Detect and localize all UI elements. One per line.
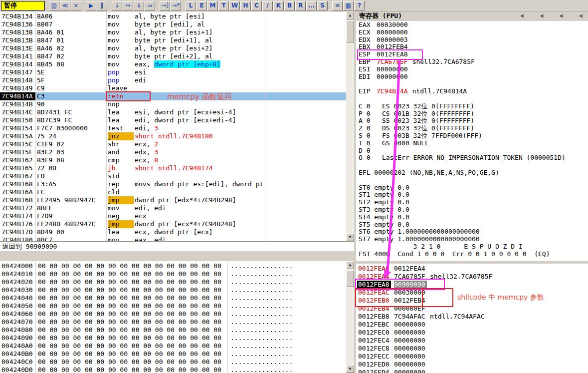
disasm-row[interactable]: 7C94B15A75 24jnzshort ntdll.7C94B180 (0, 132, 346, 140)
pane-collapse-arrow-icon[interactable]: < (521, 12, 524, 19)
dump-row[interactable]: 0042409000 00 00 00 00 00 00 00 00 00 00… (0, 334, 346, 342)
register-row[interactable]: EBX0012FEB4 (359, 43, 588, 51)
disasm-row[interactable]: 7C94B13E8A46 02moval, byte ptr [esi+2] (0, 44, 346, 52)
close-button[interactable]: × (71, 1, 81, 10)
disasm-row[interactable]: 7C94B16AFCcld (0, 188, 346, 196)
disasm-row[interactable]: 7C94B154F7C7 03000000testedi, 3 (0, 124, 346, 132)
disasm-row[interactable]: 7C94B14AC3retn (0, 92, 346, 100)
handles-window-button[interactable]: H (240, 1, 251, 10)
disasm-row[interactable]: 7C94B1388A46 01moval, byte ptr [esi+1] (0, 28, 346, 36)
scroll-up-icon[interactable]: ▲ (346, 261, 354, 269)
animate-over-button[interactable]: ⇒ (145, 1, 155, 10)
fpu-st-line[interactable]: ST0 empty 0.0 (359, 184, 588, 192)
horizontal-splitter[interactable] (0, 251, 354, 261)
window-arrange-button[interactable]: ▦ (343, 1, 354, 10)
log-window-button[interactable]: L (186, 1, 196, 10)
disasm-row[interactable]: 7C94B1448B45 08moveax, dword ptr [ebp+8] (0, 60, 346, 68)
dump-scrollbar[interactable]: ▲ ▼ (346, 261, 354, 373)
disasm-row[interactable]: 7C94B16BFF2495 98B2947Cjmpdword ptr [edx… (0, 196, 346, 204)
run-button[interactable]: ▶ (86, 1, 96, 10)
dump-row[interactable]: 004240D000 00 00 00 00 00 00 00 00 00 00… (0, 366, 346, 373)
disasm-row[interactable]: 7C94B14C8D7431 FCleaesi, dword ptr [ecx+… (0, 108, 346, 116)
register-row[interactable]: ECX00000000 (359, 29, 588, 36)
fpu-st-line[interactable]: ST6 empty 1.0000000000000000000 (359, 228, 588, 236)
disasm-row[interactable]: 7C94B14B90nop (0, 100, 346, 108)
stack-row[interactable]: 0012FED000000000 (356, 361, 588, 369)
eflags-line[interactable]: EFL 00000202 (NO,NB,NE,A,NS,PO,GE,G) (359, 169, 588, 177)
cpu-window-button[interactable]: C (251, 1, 262, 10)
fpu-st-line[interactable]: ST4 empty 0.0 (359, 214, 588, 221)
disasm-row[interactable]: 7C94B1508D7C39 FCleaedi, dword ptr [ecx+… (0, 116, 346, 124)
disasm-row[interactable]: 7C94B149C9leave (0, 84, 346, 92)
dump-row[interactable]: 0042404000 00 00 00 00 00 00 00 00 00 00… (0, 294, 346, 302)
disasm-row[interactable]: 7C94B15F83E2 03andedx, 3 (0, 148, 346, 156)
register-row[interactable]: EDI00000000 (359, 73, 588, 81)
scroll-down-icon[interactable]: ▼ (346, 233, 354, 241)
goto-button[interactable]: →* (171, 1, 181, 10)
scrollbar-thumb[interactable] (346, 20, 354, 42)
stack-row[interactable]: 0012FEA47CA6785Fshell32.7CA6785F (356, 273, 588, 281)
flag-line[interactable]: Z 0 DS 0023 32位 0(FFFFFFFF) (359, 125, 588, 132)
register-row[interactable]: EDX00000003 (359, 36, 588, 44)
disasm-row[interactable]: 7C94B1485Fpopedi (0, 76, 346, 84)
dump-row[interactable]: 004240B000 00 00 00 00 00 00 00 00 00 00… (0, 350, 346, 358)
memory-window-button[interactable]: M (207, 1, 218, 10)
pause-button[interactable]: ‖ (97, 1, 107, 10)
fpu-st-line[interactable]: ST1 empty 0.0 (359, 191, 588, 199)
stack-row[interactable]: 0012FEB00012FEB4 (356, 297, 588, 305)
source-window-button[interactable]: S (317, 1, 328, 10)
pane-collapse-arrow-icon[interactable]: < (560, 12, 564, 19)
disasm-row[interactable]: 7C94B1808BC7moveax, edi (0, 236, 346, 241)
call-stack-window-button[interactable]: K (273, 1, 284, 10)
flag-line[interactable]: A 0 SS 0023 32位 0(FFFFFFFF) (359, 117, 588, 125)
help-button[interactable]: ? (354, 1, 365, 10)
stack-row[interactable]: 0012FEB87C94AFACntdll.7C94AFAC (356, 313, 588, 321)
pane-collapse-arrow-icon[interactable]: < (580, 12, 583, 19)
scroll-up-icon[interactable]: ▲ (346, 11, 354, 19)
dump-row[interactable]: 0042400000 00 00 00 00 00 00 00 00 00 00… (0, 262, 346, 270)
fpu-st-line[interactable]: ST5 empty 0.0 (359, 221, 588, 229)
breakpoints-window-button[interactable]: B (284, 1, 295, 10)
flag-line[interactable]: S 0 FS 003B 32位 7FFDF000(FFF) (359, 132, 588, 140)
disasm-row[interactable]: 7C94B176FF248D 48B2947Cjmpdword ptr [ecx… (0, 220, 346, 228)
execute-till-return-button[interactable]: →] (160, 1, 170, 10)
stack-row[interactable]: 0012FEB4000000EF (356, 305, 588, 313)
step-into-button[interactable]: ↓ (112, 1, 122, 10)
disasm-row[interactable]: 7C94B1728BFFmovedi, edi (0, 204, 346, 212)
disasm-row[interactable]: 7C94B167FDstd (0, 172, 346, 180)
references-window-button[interactable]: R (295, 1, 306, 10)
dump-row[interactable]: 0042401000 00 00 00 00 00 00 00 00 00 00… (0, 270, 346, 278)
disasm-row[interactable]: 7C94B1418847 02movbyte ptr [edi+2], al (0, 52, 346, 60)
animate-into-button[interactable]: ⇓ (134, 1, 144, 10)
options-button[interactable]: ≡ (332, 1, 343, 10)
stack-row[interactable]: 0012FEA00012FEA4 (356, 265, 588, 273)
register-row[interactable]: ESP0012FEA8 (359, 51, 588, 58)
register-row[interactable]: EBP7CA6785Fshell32.7CA6785F (359, 58, 588, 66)
stack-row[interactable]: 0012FED400000000 (356, 369, 588, 373)
scroll-down-icon[interactable]: ▼ (346, 365, 354, 373)
disasm-row[interactable]: 7C94B1368807movbyte ptr [edi], al (0, 20, 346, 28)
threads-window-button[interactable]: T (218, 1, 229, 10)
register-row[interactable]: ESI00000000 (359, 66, 588, 73)
fpu-st-line[interactable]: ST2 empty 0.0 (359, 199, 588, 206)
dump-row[interactable]: 0042402000 00 00 00 00 00 00 00 00 00 00… (0, 278, 346, 286)
dump-row[interactable]: 0042406000 00 00 00 00 00 00 00 00 00 00… (0, 310, 346, 318)
dump-row[interactable]: 0042407000 00 00 00 00 00 00 00 00 00 00… (0, 318, 346, 326)
dump-row[interactable]: 004240A000 00 00 00 00 00 00 00 00 00 00… (0, 342, 346, 350)
fpu-st-line[interactable]: ST3 empty 0.0 (359, 206, 588, 214)
flag-line[interactable]: C 0 ES 0023 32位 0(FFFFFFFF) (359, 103, 588, 110)
run-trace-window-button[interactable]: ... (306, 1, 317, 10)
stack-row[interactable]: 0012FEC000000000 (356, 329, 588, 337)
disassembly-scrollbar[interactable]: ▲ ▼ (346, 11, 354, 241)
scrollbar-thumb[interactable] (346, 270, 354, 287)
dump-row[interactable]: 0042403000 00 00 00 00 00 00 00 00 00 00… (0, 286, 346, 294)
flag-line[interactable]: D 0 (359, 147, 588, 155)
register-row[interactable]: EIP7C94B14Antdll.7C94B14A (359, 88, 588, 95)
dump-row[interactable]: 0042405000 00 00 00 00 00 00 00 00 00 00… (0, 302, 346, 310)
disasm-row[interactable]: 7C94B1475Epopesi (0, 68, 346, 76)
open-button[interactable]: ▤ (49, 1, 59, 10)
stack-row[interactable]: 0012FEA890909090 (356, 281, 588, 289)
pane-collapse-arrow-icon[interactable]: < (540, 12, 544, 19)
disasm-row[interactable]: 7C94B168F3:A5repmovs dword ptr es:[edi],… (0, 180, 346, 188)
flag-line[interactable]: P 0 CS 001B 32位 0(FFFFFFFF) (359, 110, 588, 118)
